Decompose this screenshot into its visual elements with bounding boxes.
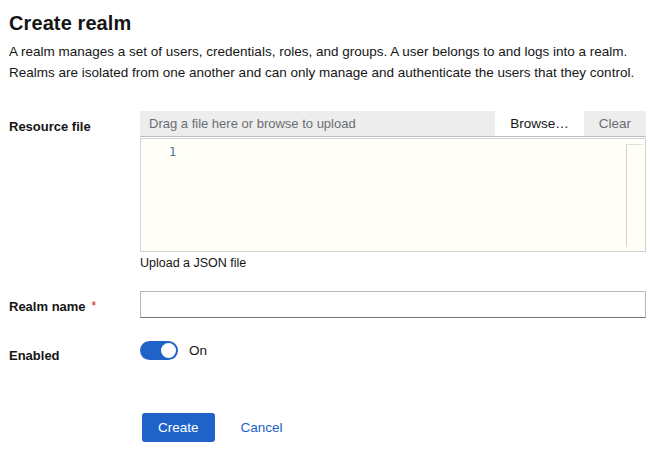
cancel-link[interactable]: Cancel (241, 420, 283, 435)
enabled-label: Enabled (9, 348, 60, 363)
file-upload-bar: Browse… Clear (140, 111, 646, 137)
toggle-knob (161, 343, 176, 358)
realm-name-label: Realm name (9, 299, 86, 314)
page-description: A realm manages a set of users, credenti… (9, 41, 646, 83)
realm-name-field-cell (140, 291, 646, 318)
browse-button[interactable]: Browse… (495, 111, 584, 136)
resource-file-label: Resource file (9, 119, 91, 134)
enabled-toggle[interactable] (140, 341, 178, 360)
enabled-label-cell: Enabled (9, 340, 140, 364)
editor-line-number: 1 (169, 145, 176, 159)
upload-helper-text: Upload a JSON file (140, 256, 646, 270)
file-upload-filename-input[interactable] (140, 111, 495, 136)
realm-name-input[interactable] (140, 291, 646, 318)
resource-file-field-cell: Browse… Clear 1 Upload a JSON file (140, 111, 646, 270)
toggle-state-label: On (189, 343, 207, 358)
enabled-field-cell: On (140, 340, 646, 360)
resource-file-label-cell: Resource file (9, 111, 140, 135)
json-code-editor[interactable]: 1 (140, 138, 646, 252)
editor-scrollbar-track[interactable] (626, 144, 643, 247)
create-realm-form: Resource file Browse… Clear 1 Upload a J… (9, 111, 646, 442)
page-title: Create realm (9, 10, 646, 36)
clear-button[interactable]: Clear (584, 111, 646, 136)
enabled-row: Enabled On (9, 340, 646, 364)
create-button[interactable]: Create (142, 413, 215, 442)
form-actions: Create Cancel (142, 413, 646, 442)
enabled-toggle-wrap: On (140, 340, 646, 360)
realm-name-row: Realm name* (9, 291, 646, 318)
create-realm-page: Create realm A realm manages a set of us… (0, 0, 656, 442)
resource-file-row: Resource file Browse… Clear 1 Upload a J… (9, 111, 646, 270)
realm-name-label-cell: Realm name* (9, 291, 140, 315)
required-indicator: * (92, 299, 97, 313)
